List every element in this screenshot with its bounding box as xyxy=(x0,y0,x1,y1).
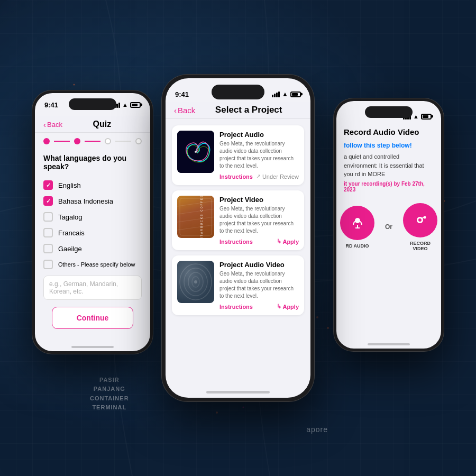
apply-button-video[interactable]: ↳ Apply xyxy=(277,238,299,245)
project-desc-audiovideo: Geo Meta, the revolutionary audio video … xyxy=(219,270,299,300)
wifi-icon-center: ▲ xyxy=(282,90,288,98)
record-buttons-container: RD AUDIO Or RECORD VIDEO xyxy=(336,198,441,257)
project-info-audio: Project Audio Geo Meta, the revolutionar… xyxy=(219,131,299,180)
apply-arrow-audiovideo: ↳ xyxy=(277,303,281,310)
project-info-video: Project Video Geo Meta, the revolutionar… xyxy=(219,196,299,245)
checkbox-gaeilge[interactable]: Gaeilge xyxy=(35,241,150,257)
status-icons-center: ▲ xyxy=(272,90,301,98)
label-francais: Francais xyxy=(58,229,85,237)
wifi-icon-left: ▲ xyxy=(122,102,128,108)
phone-center: 9:41 ▲ xyxy=(161,74,315,402)
svg-point-26 xyxy=(195,151,197,153)
project-desc-audio: Geo Meta, the revolutionary audio video … xyxy=(219,140,299,170)
nav-bar-left: ‹ Back Quiz xyxy=(35,116,150,133)
checkbox-icon-english xyxy=(43,180,53,190)
highlight-text: follow this step below! xyxy=(344,142,434,149)
label-others: Others - Please specify below xyxy=(58,261,135,268)
record-video-button[interactable] xyxy=(403,203,437,237)
record-audio-button[interactable] xyxy=(340,206,374,240)
instructions-link-audiovideo[interactable]: Instructions xyxy=(219,304,253,310)
nav-title-left: Quiz xyxy=(93,120,112,129)
progress-line-1 xyxy=(54,141,70,142)
phone-left: 9:41 ▲ xyxy=(32,90,153,354)
project-desc-video: Geo Meta, the revolutionary audio video … xyxy=(219,205,299,235)
project-actions-video: Instructions ↳ Apply xyxy=(219,238,299,245)
apply-arrow-video: ↳ xyxy=(277,238,281,245)
quiz-progress xyxy=(35,133,150,150)
label-gaeilge: Gaeilge xyxy=(58,245,82,253)
checkbox-others[interactable]: Others - Please specify below xyxy=(35,257,150,272)
time-center: 9:41 xyxy=(175,90,189,98)
time-left: 9:41 xyxy=(44,101,58,109)
progress-dot-2 xyxy=(74,138,80,144)
back-button-center[interactable]: ‹ Back xyxy=(174,106,195,115)
continue-button[interactable]: Continue xyxy=(52,307,133,329)
svg-point-23 xyxy=(423,216,426,219)
progress-line-2 xyxy=(85,141,100,142)
back-button-left[interactable]: ‹ Back xyxy=(43,120,62,129)
apply-button-audiovideo[interactable]: ↳ Apply xyxy=(277,303,299,310)
notch-left xyxy=(69,98,116,110)
svg-point-38 xyxy=(194,280,197,283)
back-chevron-left: ‹ xyxy=(43,120,46,129)
back-chevron-center: ‹ xyxy=(174,106,177,115)
dynamic-island xyxy=(212,85,264,99)
record-video-label: RECORD VIDEO xyxy=(403,241,437,251)
notch-right xyxy=(365,106,413,118)
signal-icon-center xyxy=(272,91,280,97)
project-name-audiovideo: Project Audio Video xyxy=(219,261,299,269)
phone-left-screen: 9:41 ▲ xyxy=(35,93,150,351)
battery-icon-right xyxy=(421,114,432,120)
arrow-icon-review: ↗ xyxy=(256,173,261,180)
project-card-audiovideo: Project Audio Video Geo Meta, the revolu… xyxy=(172,255,304,315)
project-thumb-audio xyxy=(177,131,214,173)
checkbox-icon-bahasa xyxy=(43,196,53,206)
nav-bar-center: ‹ Back Select a Project xyxy=(166,102,310,119)
battery-icon-center xyxy=(290,91,301,97)
phone-right-screen: ▲ Record Audio Video follow this step be… xyxy=(336,101,441,349)
record-header-title: Record Audio Video xyxy=(336,124,441,142)
project-list: Project Audio Geo Meta, the revolutionar… xyxy=(166,119,310,322)
deadline-text: it your recording(s) by Feb 27th, 2023 xyxy=(336,181,441,193)
project-actions-audiovideo: Instructions ↳ Apply xyxy=(219,303,299,310)
checkbox-icon-others xyxy=(43,260,53,269)
checkbox-tagalog[interactable]: Tagalog xyxy=(35,209,150,225)
project-thumb-audiovideo xyxy=(177,261,214,303)
phones-container: 9:41 ▲ xyxy=(16,16,460,460)
instructions-link-audio[interactable]: Instructions xyxy=(219,173,253,180)
project-thumb-video: STARBUCKS COFFEE xyxy=(177,196,214,238)
progress-line-3 xyxy=(115,141,131,142)
label-bahasa: Bahasa Indonesia xyxy=(58,197,113,205)
checkbox-icon-gaeilge xyxy=(43,244,53,253)
svg-line-30 xyxy=(177,217,214,222)
project-card-video: STARBUCKS COFFEE xyxy=(172,190,304,250)
quiz-question: What languages do you speak? xyxy=(35,150,150,177)
instructions-link-video[interactable]: Instructions xyxy=(219,239,253,245)
progress-dot-4 xyxy=(135,138,142,144)
svg-line-28 xyxy=(177,201,214,206)
project-card-audio: Project Audio Geo Meta, the revolutionar… xyxy=(172,125,304,185)
svg-line-31 xyxy=(177,225,214,230)
project-name-video: Project Video xyxy=(219,196,299,204)
project-actions-audio: Instructions ↗ Under Review xyxy=(219,173,299,180)
status-icons-left: ▲ xyxy=(112,102,141,108)
label-tagalog: Tagalog xyxy=(58,213,83,221)
record-audio-label: RD AUDIO xyxy=(345,243,369,249)
other-language-input[interactable]: e.g., German, Mandarin, Korean, etc. xyxy=(43,276,142,300)
back-label-left: Back xyxy=(47,121,62,129)
label-english: English xyxy=(58,181,81,189)
checkbox-english[interactable]: English xyxy=(35,177,150,193)
checkbox-bahasa[interactable]: Bahasa Indonesia xyxy=(35,193,150,209)
record-audio-wrap: RD AUDIO xyxy=(340,206,374,249)
phone-center-screen: 9:41 ▲ xyxy=(166,78,310,398)
back-label-center: Back xyxy=(178,106,195,115)
checkbox-icon-francais xyxy=(43,228,53,237)
battery-icon-left xyxy=(130,102,141,108)
svg-line-29 xyxy=(177,209,214,214)
nav-title-center: Select a Project xyxy=(215,105,282,115)
under-review-badge: ↗ Under Review xyxy=(256,173,299,180)
checkbox-francais[interactable]: Francais xyxy=(35,225,150,241)
checkbox-icon-tagalog xyxy=(43,212,53,222)
project-name-audio: Project Audio xyxy=(219,131,299,139)
wifi-icon-right: ▲ xyxy=(413,113,419,120)
